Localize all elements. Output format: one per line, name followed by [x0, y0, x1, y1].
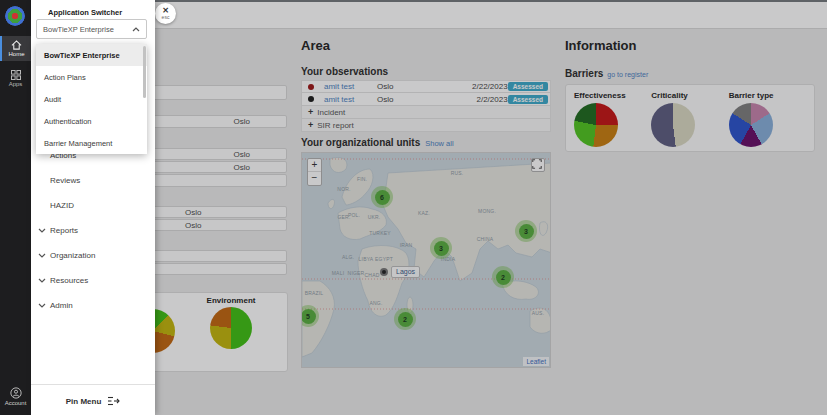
chevron-down-icon	[38, 252, 46, 259]
menu-item-admin-label: Admin	[50, 301, 73, 310]
application-switcher-panel: Application Switcher BowTieXP Enterprise…	[31, 0, 155, 415]
dropdown-option-action-plans[interactable]: Action Plans	[36, 66, 147, 88]
menu-item-hazid-label: HAZID	[50, 201, 74, 210]
panel-divider	[31, 384, 155, 385]
sidebar-account-label: Account	[5, 400, 27, 406]
sidebar-item-home[interactable]: Home	[0, 36, 31, 61]
application-select-value: BowTieXP Enterprise	[43, 25, 114, 34]
chevron-down-icon	[38, 277, 46, 284]
panel-title: Application Switcher	[48, 8, 122, 17]
menu-item-resources-label: Resources	[50, 276, 88, 285]
sidebar-item-apps[interactable]: Apps	[0, 66, 31, 91]
apps-grid-icon	[11, 70, 21, 80]
sidebar-home-label: Home	[8, 51, 24, 57]
menu-item-reports[interactable]: Reports	[31, 223, 155, 237]
menu-item-organization-label: Organization	[50, 251, 95, 260]
pin-menu-icon	[107, 396, 120, 406]
esc-hint-label: esc	[162, 15, 170, 20]
sidebar-apps-label: Apps	[9, 81, 23, 87]
menu-item-organization[interactable]: Organization	[31, 248, 155, 262]
dropdown-option-authentication[interactable]: Authentication	[36, 110, 147, 132]
dropdown-option-audit[interactable]: Audit	[36, 88, 147, 110]
application-select[interactable]: BowTieXP Enterprise	[36, 19, 147, 39]
dropdown-option-bowtiexp-enterprise[interactable]: BowTieXP Enterprise	[36, 44, 147, 66]
menu-item-reviews-label: Reviews	[50, 176, 80, 185]
app-sidebar: Home Apps Account	[0, 0, 31, 415]
menu-item-reviews[interactable]: Reviews	[31, 173, 155, 187]
menu-item-hazid[interactable]: HAZID	[31, 198, 155, 212]
menu-item-admin[interactable]: Admin	[31, 298, 155, 312]
menu-item-resources[interactable]: Resources	[31, 273, 155, 287]
dropdown-option-barrier-management[interactable]: Barrier Management	[36, 132, 147, 154]
account-icon	[10, 387, 22, 399]
chevron-down-icon	[38, 227, 46, 234]
sidebar-item-account[interactable]: Account	[0, 383, 31, 410]
pin-menu-button[interactable]: Pin Menu	[31, 396, 155, 406]
bowtiexp-logo-icon[interactable]	[5, 6, 25, 26]
pin-menu-label: Pin Menu	[66, 397, 102, 406]
chevron-down-icon	[38, 302, 46, 309]
application-dropdown-list: BowTieXP Enterprise Action Plans Audit A…	[36, 44, 147, 154]
menu-item-reports-label: Reports	[50, 226, 78, 235]
screen: Oslo Oslo Oslo Oslo Oslo Environment Are…	[0, 0, 827, 415]
close-menu-button[interactable]: ✕ esc	[155, 3, 176, 24]
home-icon	[11, 40, 22, 50]
dropdown-scrollbar[interactable]	[143, 46, 146, 98]
chevron-up-icon	[132, 26, 140, 33]
